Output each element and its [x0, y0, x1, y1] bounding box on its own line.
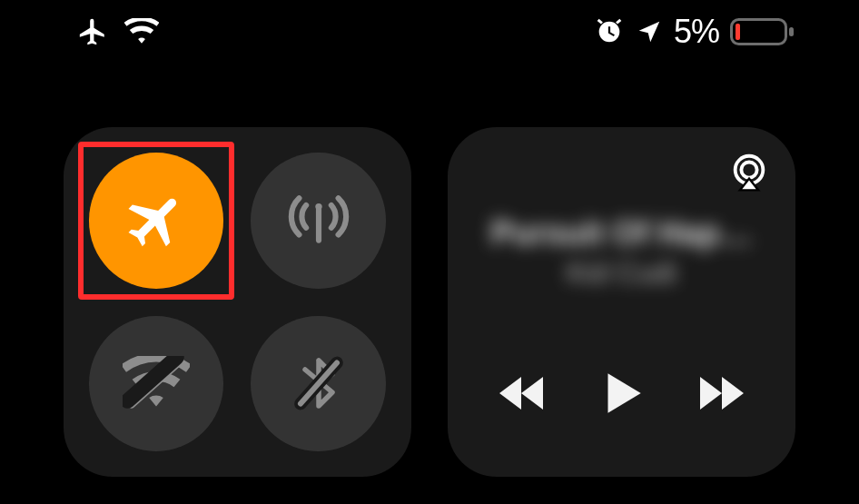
media-module[interactable]: Pursuit Of Hap… Kid Cudi — [448, 127, 795, 477]
wifi-toggle[interactable] — [89, 316, 223, 452]
status-bar-left — [77, 16, 159, 47]
battery-icon — [730, 16, 795, 47]
cellular-icon — [285, 187, 352, 254]
airplane-mode-icon — [77, 16, 108, 47]
airplay-button[interactable] — [728, 151, 770, 193]
wifi-icon — [124, 18, 159, 45]
media-controls — [466, 364, 777, 450]
play-button[interactable] — [595, 364, 647, 422]
airplane-mode-toggle[interactable] — [89, 153, 223, 289]
wifi-off-icon — [123, 356, 190, 410]
airplane-icon — [123, 187, 190, 254]
svg-point-3 — [315, 203, 321, 210]
bluetooth-toggle[interactable] — [251, 316, 385, 452]
now-playing-info: Pursuit Of Hap… Kid Cudi — [490, 214, 752, 290]
bluetooth-off-icon — [291, 351, 346, 416]
battery-percentage: 5% — [674, 13, 719, 51]
svg-point-9 — [741, 162, 756, 177]
connectivity-grid — [64, 127, 411, 477]
status-bar-right: 5% — [594, 13, 795, 51]
control-center-panels: Pursuit Of Hap… Kid Cudi — [64, 127, 795, 477]
location-icon — [636, 18, 663, 45]
status-bar: 5% — [0, 9, 859, 54]
track-artist: Kid Cudi — [490, 256, 752, 290]
svg-rect-1 — [789, 27, 794, 36]
previous-track-button[interactable] — [496, 371, 554, 415]
next-track-button[interactable] — [689, 371, 747, 415]
alarm-icon — [594, 16, 625, 47]
cellular-data-toggle[interactable] — [251, 153, 385, 289]
connectivity-module[interactable] — [64, 127, 411, 477]
svg-rect-2 — [736, 24, 740, 40]
track-title: Pursuit Of Hap… — [490, 214, 752, 252]
